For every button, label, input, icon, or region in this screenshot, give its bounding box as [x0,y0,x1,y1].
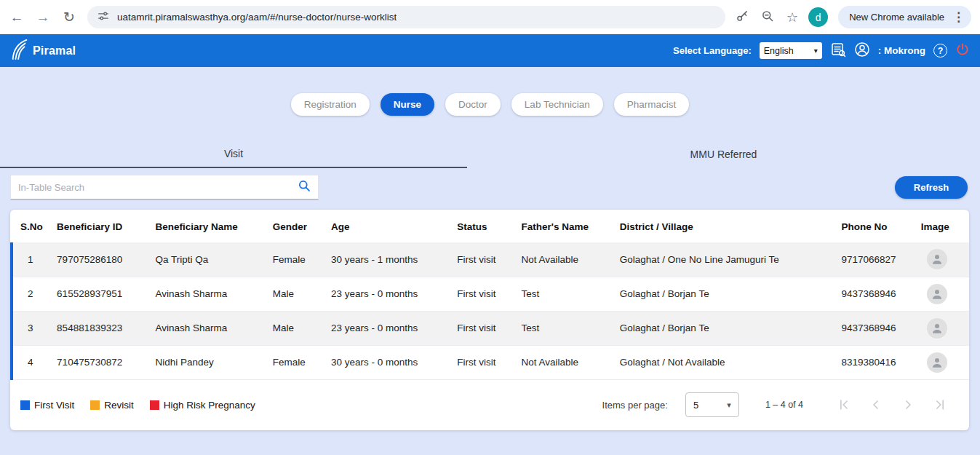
search-input[interactable] [18,182,298,193]
zoom-icon[interactable] [761,9,774,25]
cell-beneficiary-id: 710475730872 [51,345,149,379]
worklist-card: S.No Beneficiary ID Beneficiary Name Gen… [10,210,969,430]
tab-registration[interactable]: Registration [291,93,370,116]
pagination-range: 1 – 4 of 4 [765,400,803,410]
items-per-page-label: Items per page: [602,400,668,411]
beneficiary-avatar-icon[interactable] [927,284,947,304]
col-age: Age [325,210,451,242]
user-icon [854,41,870,60]
legend-label: Revisit [104,400,134,411]
language-select[interactable]: English ▾ [760,42,822,59]
next-page-icon[interactable] [901,397,915,412]
cell-image [915,311,969,345]
cell-district-village: Golaghat / Not Available [614,345,836,379]
cell-sno: 2 [12,277,51,311]
legend-high-risk: High Risk Pregnancy [150,400,255,411]
table-row[interactable]: 2 615528937951 Avinash Sharma Male 23 ye… [12,277,969,311]
tab-nurse[interactable]: Nurse [381,93,434,116]
col-image: Image [915,210,969,242]
revisit-swatch [90,400,100,410]
cell-phone: 9437368946 [836,311,915,345]
cell-beneficiary-id: 854881839323 [51,311,149,345]
cell-image [915,242,969,277]
first-page-icon[interactable] [837,397,851,412]
col-district-village: District / Village [614,210,836,242]
cell-gender: Female [267,345,325,379]
browser-profile-avatar[interactable]: d [808,7,828,27]
cell-district-village: Golaghat / One No Line Jamuguri Te [614,242,836,277]
beneficiary-avatar-icon[interactable] [927,352,947,373]
forward-button[interactable]: → [35,9,51,25]
password-key-icon[interactable] [736,9,749,25]
search-icon[interactable] [298,179,311,195]
tab-lab-technician[interactable]: Lab Technician [511,93,603,116]
cell-sno: 4 [12,345,51,379]
tab-mmu-referred[interactable]: MMU Referred [467,141,980,168]
items-per-page-value: 5 [693,400,698,411]
cell-beneficiary-name: Avinash Sharma [149,277,266,311]
chevron-down-icon: ▾ [727,400,731,410]
cell-phone: 9437368946 [836,277,915,311]
table-row[interactable]: 4 710475730872 Nidhi Pandey Female 30 ye… [12,345,969,379]
col-beneficiary-name: Beneficiary Name [149,210,266,242]
cell-status: First visit [451,242,515,277]
brand-name: Piramal [33,44,76,58]
items-per-page-select[interactable]: 5 ▾ [685,392,739,417]
site-info-icon[interactable] [97,10,109,24]
cell-fathers-name: Not Available [516,345,614,379]
cell-gender: Male [267,311,325,345]
chevron-down-icon: ▾ [814,47,818,55]
search-box [10,175,319,200]
cell-age: 30 years - 0 months [325,345,451,379]
legend-first-visit: First Visit [20,400,74,411]
col-fathers-name: Father's Name [516,210,614,242]
url-bar[interactable]: uatamrit.piramalswasthya.org/aam/#/nurse… [87,6,725,28]
cell-beneficiary-name: Qa Tripti Qa [149,242,266,277]
logout-power-icon[interactable] [955,42,970,59]
cell-phone: 8319380416 [836,345,915,379]
previous-page-icon[interactable] [869,397,883,412]
first-visit-swatch [20,400,30,410]
pagination-controls [837,397,947,412]
chrome-update-chip[interactable]: New Chrome available ⋮ [838,6,971,28]
table-header-row: S.No Beneficiary ID Beneficiary Name Gen… [12,210,969,242]
tab-pharmacist[interactable]: Pharmacist [614,93,690,116]
reload-button[interactable]: ↻ [61,9,77,25]
tab-visit[interactable]: Visit [0,141,467,168]
cell-beneficiary-name: Nidhi Pandey [149,345,266,379]
worklist-search-icon[interactable] [830,41,846,60]
piramal-logo-icon [10,39,29,63]
legend-label: First Visit [34,400,74,411]
back-button[interactable]: ← [9,9,25,25]
legend-revisit: Revisit [90,400,134,411]
cell-phone: 9717066827 [836,242,915,277]
cell-beneficiary-id: 797075286180 [51,242,149,277]
cell-gender: Male [267,277,325,311]
table-row[interactable]: 1 797075286180 Qa Tripti Qa Female 30 ye… [12,242,969,277]
beneficiary-avatar-icon[interactable] [927,249,947,269]
chrome-update-label: New Chrome available [849,12,944,23]
browser-menu-icon[interactable]: ⋮ [952,9,965,25]
cell-gender: Female [267,242,325,277]
bookmark-star-icon[interactable]: ☆ [786,11,798,24]
cell-beneficiary-name: Avinash Sharma [149,311,266,345]
brand: Piramal [10,39,76,63]
refresh-button[interactable]: Refresh [895,176,968,199]
cell-fathers-name: Test [516,277,614,311]
app-header: Piramal Select Language: English ▾ : Mok… [0,34,980,67]
page-content: Registration Nurse Doctor Lab Technician… [0,67,980,455]
role-tabs: Registration Nurse Doctor Lab Technician… [0,67,980,116]
beneficiary-avatar-icon[interactable] [927,318,947,339]
table-row[interactable]: 3 854881839323 Avinash Sharma Male 23 ye… [12,311,969,345]
help-icon[interactable]: ? [933,44,947,58]
cell-sno: 3 [12,311,51,345]
last-page-icon[interactable] [933,397,947,412]
tab-doctor[interactable]: Doctor [445,93,501,116]
cell-age: 23 years - 0 months [325,277,451,311]
browser-toolbar: ← → ↻ uatamrit.piramalswasthya.org/aam/#… [0,0,980,34]
worklist-table: S.No Beneficiary ID Beneficiary Name Gen… [10,210,969,380]
legend: First Visit Revisit High Risk Pregnancy [20,400,255,411]
col-sno: S.No [12,210,51,242]
user-name: : Mokrong [878,45,925,56]
cell-status: First visit [451,311,515,345]
